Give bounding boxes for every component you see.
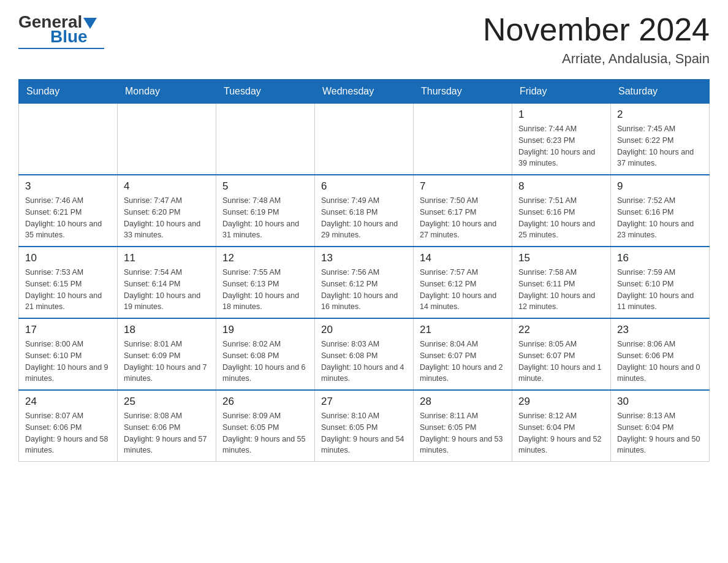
day-info: Sunrise: 7:54 AMSunset: 6:14 PMDaylight:… xyxy=(124,267,210,313)
day-number: 26 xyxy=(222,396,308,408)
table-row: 15Sunrise: 7:58 AMSunset: 6:11 PMDayligh… xyxy=(512,247,611,318)
day-info: Sunrise: 8:12 AMSunset: 6:04 PMDaylight:… xyxy=(518,410,604,456)
day-number: 8 xyxy=(518,180,604,193)
header-tuesday: Tuesday xyxy=(216,80,315,104)
table-row: 17Sunrise: 8:00 AMSunset: 6:10 PMDayligh… xyxy=(19,318,118,390)
day-number: 3 xyxy=(25,180,111,193)
table-row: 19Sunrise: 8:02 AMSunset: 6:08 PMDayligh… xyxy=(216,318,315,390)
table-row: 8Sunrise: 7:51 AMSunset: 6:16 PMDaylight… xyxy=(512,175,611,247)
day-number: 9 xyxy=(617,180,703,193)
day-info: Sunrise: 7:51 AMSunset: 6:16 PMDaylight:… xyxy=(518,195,604,241)
calendar-table: Sunday Monday Tuesday Wednesday Thursday… xyxy=(18,79,710,462)
table-row: 5Sunrise: 7:48 AMSunset: 6:19 PMDaylight… xyxy=(216,175,315,247)
table-row: 28Sunrise: 8:11 AMSunset: 6:05 PMDayligh… xyxy=(414,390,512,462)
table-row: 21Sunrise: 8:04 AMSunset: 6:07 PMDayligh… xyxy=(414,318,512,390)
day-number: 10 xyxy=(25,252,111,264)
day-number: 23 xyxy=(617,324,703,336)
day-info: Sunrise: 7:58 AMSunset: 6:11 PMDaylight:… xyxy=(518,267,604,313)
table-row xyxy=(414,104,512,175)
table-row: 7Sunrise: 7:50 AMSunset: 6:17 PMDaylight… xyxy=(414,175,512,247)
header-sunday: Sunday xyxy=(19,80,118,104)
day-number: 5 xyxy=(222,180,308,193)
table-row xyxy=(118,104,216,175)
day-info: Sunrise: 8:10 AMSunset: 6:05 PMDaylight:… xyxy=(321,410,407,456)
day-info: Sunrise: 7:57 AMSunset: 6:12 PMDaylight:… xyxy=(420,267,506,313)
day-info: Sunrise: 8:02 AMSunset: 6:08 PMDaylight:… xyxy=(222,339,308,385)
day-info: Sunrise: 8:07 AMSunset: 6:06 PMDaylight:… xyxy=(25,410,111,456)
table-row xyxy=(19,104,118,175)
day-number: 30 xyxy=(617,396,703,408)
header-wednesday: Wednesday xyxy=(315,80,414,104)
logo: General Blue xyxy=(18,12,104,49)
day-number: 15 xyxy=(518,252,604,264)
day-number: 22 xyxy=(518,324,604,336)
day-number: 12 xyxy=(222,252,308,264)
header-friday: Friday xyxy=(512,80,611,104)
table-row: 24Sunrise: 8:07 AMSunset: 6:06 PMDayligh… xyxy=(19,390,118,462)
day-number: 28 xyxy=(420,396,506,408)
day-info: Sunrise: 7:44 AMSunset: 6:23 PMDaylight:… xyxy=(518,123,604,169)
calendar-week-row: 24Sunrise: 8:07 AMSunset: 6:06 PMDayligh… xyxy=(19,390,710,462)
table-row xyxy=(216,104,315,175)
table-row: 1Sunrise: 7:44 AMSunset: 6:23 PMDaylight… xyxy=(512,104,611,175)
day-info: Sunrise: 8:03 AMSunset: 6:08 PMDaylight:… xyxy=(321,339,407,385)
table-row: 26Sunrise: 8:09 AMSunset: 6:05 PMDayligh… xyxy=(216,390,315,462)
day-number: 21 xyxy=(420,324,506,336)
day-info: Sunrise: 7:45 AMSunset: 6:22 PMDaylight:… xyxy=(617,123,703,169)
header-thursday: Thursday xyxy=(414,80,512,104)
day-number: 25 xyxy=(124,396,210,408)
day-info: Sunrise: 8:11 AMSunset: 6:05 PMDaylight:… xyxy=(420,410,506,456)
logo-blue-text: Blue xyxy=(50,27,88,47)
day-info: Sunrise: 7:55 AMSunset: 6:13 PMDaylight:… xyxy=(222,267,308,313)
table-row: 4Sunrise: 7:47 AMSunset: 6:20 PMDaylight… xyxy=(118,175,216,247)
table-row: 20Sunrise: 8:03 AMSunset: 6:08 PMDayligh… xyxy=(315,318,414,390)
day-info: Sunrise: 8:01 AMSunset: 6:09 PMDaylight:… xyxy=(124,339,210,385)
table-row: 3Sunrise: 7:46 AMSunset: 6:21 PMDaylight… xyxy=(19,175,118,247)
calendar-subtitle: Arriate, Andalusia, Spain xyxy=(483,51,710,67)
day-info: Sunrise: 8:13 AMSunset: 6:04 PMDaylight:… xyxy=(617,410,703,456)
weekday-header-row: Sunday Monday Tuesday Wednesday Thursday… xyxy=(19,80,710,104)
table-row xyxy=(315,104,414,175)
day-info: Sunrise: 7:50 AMSunset: 6:17 PMDaylight:… xyxy=(420,195,506,241)
calendar-week-row: 17Sunrise: 8:00 AMSunset: 6:10 PMDayligh… xyxy=(19,318,710,390)
day-number: 14 xyxy=(420,252,506,264)
table-row: 18Sunrise: 8:01 AMSunset: 6:09 PMDayligh… xyxy=(118,318,216,390)
day-number: 11 xyxy=(124,252,210,264)
day-info: Sunrise: 8:09 AMSunset: 6:05 PMDaylight:… xyxy=(222,410,308,456)
day-info: Sunrise: 7:49 AMSunset: 6:18 PMDaylight:… xyxy=(321,195,407,241)
day-number: 1 xyxy=(518,109,604,121)
header-monday: Monday xyxy=(118,80,216,104)
table-row: 29Sunrise: 8:12 AMSunset: 6:04 PMDayligh… xyxy=(512,390,611,462)
table-row: 9Sunrise: 7:52 AMSunset: 6:16 PMDaylight… xyxy=(611,175,710,247)
day-info: Sunrise: 7:56 AMSunset: 6:12 PMDaylight:… xyxy=(321,267,407,313)
day-number: 27 xyxy=(321,396,407,408)
day-number: 17 xyxy=(25,324,111,336)
day-info: Sunrise: 8:08 AMSunset: 6:06 PMDaylight:… xyxy=(124,410,210,456)
table-row: 13Sunrise: 7:56 AMSunset: 6:12 PMDayligh… xyxy=(315,247,414,318)
day-number: 7 xyxy=(420,180,506,193)
day-number: 6 xyxy=(321,180,407,193)
day-number: 18 xyxy=(124,324,210,336)
day-info: Sunrise: 7:53 AMSunset: 6:15 PMDaylight:… xyxy=(25,267,111,313)
day-number: 13 xyxy=(321,252,407,264)
day-number: 24 xyxy=(25,396,111,408)
day-info: Sunrise: 8:04 AMSunset: 6:07 PMDaylight:… xyxy=(420,339,506,385)
title-area: November 2024 Arriate, Andalusia, Spain xyxy=(483,12,710,67)
table-row: 12Sunrise: 7:55 AMSunset: 6:13 PMDayligh… xyxy=(216,247,315,318)
calendar-title: November 2024 xyxy=(483,12,710,47)
day-info: Sunrise: 8:05 AMSunset: 6:07 PMDaylight:… xyxy=(518,339,604,385)
table-row: 14Sunrise: 7:57 AMSunset: 6:12 PMDayligh… xyxy=(414,247,512,318)
table-row: 23Sunrise: 8:06 AMSunset: 6:06 PMDayligh… xyxy=(611,318,710,390)
day-info: Sunrise: 7:52 AMSunset: 6:16 PMDaylight:… xyxy=(617,195,703,241)
table-row: 11Sunrise: 7:54 AMSunset: 6:14 PMDayligh… xyxy=(118,247,216,318)
day-info: Sunrise: 8:06 AMSunset: 6:06 PMDaylight:… xyxy=(617,339,703,385)
calendar-week-row: 3Sunrise: 7:46 AMSunset: 6:21 PMDaylight… xyxy=(19,175,710,247)
day-info: Sunrise: 7:47 AMSunset: 6:20 PMDaylight:… xyxy=(124,195,210,241)
header: General Blue November 2024 Arriate, Anda… xyxy=(18,12,710,67)
calendar-week-row: 10Sunrise: 7:53 AMSunset: 6:15 PMDayligh… xyxy=(19,247,710,318)
day-number: 4 xyxy=(124,180,210,193)
day-number: 2 xyxy=(617,109,703,121)
logo-underline xyxy=(18,48,104,49)
table-row: 22Sunrise: 8:05 AMSunset: 6:07 PMDayligh… xyxy=(512,318,611,390)
table-row: 6Sunrise: 7:49 AMSunset: 6:18 PMDaylight… xyxy=(315,175,414,247)
